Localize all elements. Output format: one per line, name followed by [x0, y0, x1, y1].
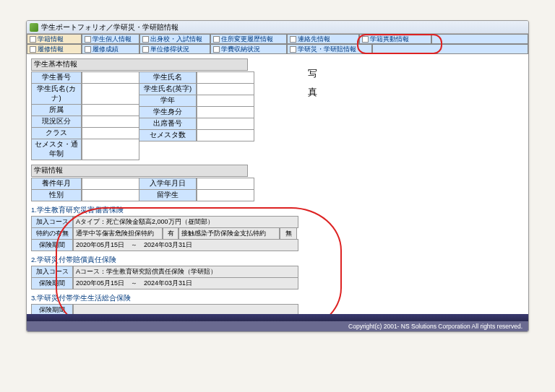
nav-renraku[interactable]: 連絡先情報 — [287, 34, 359, 44]
nav-kojin[interactable]: 学生個人情報 — [82, 34, 139, 44]
nav-rishu[interactable]: 履修情報 — [27, 44, 82, 54]
section-basic-title: 学生基本情報 — [31, 58, 248, 71]
content-area: 学生基本情報 学生番号 学生氏名(カナ) 所属 現況区分 クラス セメスタ・通年… — [27, 54, 528, 332]
lbl-eiji: 学生氏名(英字) — [139, 83, 197, 95]
lbl-shozoku: 所属 — [31, 104, 82, 116]
lbl-kana: 学生氏名(カナ) — [31, 83, 82, 105]
nav-tani[interactable]: 単位修得状況 — [139, 44, 210, 54]
lbl-semcount: セメスタ数 — [139, 129, 197, 141]
lbl-gakusei-no: 学生番号 — [31, 71, 82, 84]
nav-seiseki[interactable]: 履修成績 — [82, 44, 139, 54]
nav-gakkenbai[interactable]: 学研災・学研賠情報 — [287, 44, 372, 54]
lbl-genkyou: 現況区分 — [31, 116, 82, 128]
footer-bar — [27, 314, 528, 321]
nav-gakuseki[interactable]: 学籍情報 — [27, 34, 82, 44]
section-gakuseki-title: 学籍情報 — [31, 165, 248, 177]
titlebar: 学生ポートフォリオ／学研災・学研賠情報 — [27, 21, 528, 34]
ins2-title: 2.学研災付帯賠償責任保険 — [31, 256, 524, 265]
photo-placeholder: 写真 — [283, 64, 341, 102]
nav-jusho[interactable]: 住所変更履歴情報 — [210, 34, 287, 44]
val-gakusei-no — [82, 71, 139, 84]
window-title: 学生ポートフォリオ／学研災・学研賠情報 — [41, 22, 178, 32]
nav-row-1: 学籍情報 学生個人情報 出身校・入試情報 住所変更履歴情報 連絡先情報 学籍異動… — [27, 34, 528, 44]
nav-idou[interactable]: 学籍異動情報 — [359, 34, 431, 44]
lbl-class: クラス — [31, 127, 82, 139]
lbl-shimei: 学生氏名 — [139, 71, 197, 84]
lbl-semester: セメスタ・通年制 — [31, 139, 82, 160]
nav-row-2: 履修情報 履修成績 単位修得状況 学費収納状況 学研災・学研賠情報 — [27, 44, 528, 54]
copyright: Copyright(c) 2001- NS Solutions Corporat… — [27, 321, 528, 331]
lbl-shusseki: 出席番号 — [139, 118, 197, 130]
lbl-gakunen: 学年 — [139, 95, 197, 107]
nav-gakuhi[interactable]: 学費収納状況 — [210, 44, 287, 54]
ins1-title: 1.学生教育研究災害傷害保険 — [31, 206, 524, 215]
app-window: 学生ポートフォリオ／学研災・学研賠情報 学籍情報 学生個人情報 出身校・入試情報… — [26, 20, 529, 332]
nav-shusshin[interactable]: 出身校・入試情報 — [139, 34, 210, 44]
ins3-title: 3.学研災付帯学生生活総合保険 — [31, 294, 524, 303]
lbl-mibun: 学生身分 — [139, 106, 197, 118]
app-icon — [30, 23, 38, 32]
